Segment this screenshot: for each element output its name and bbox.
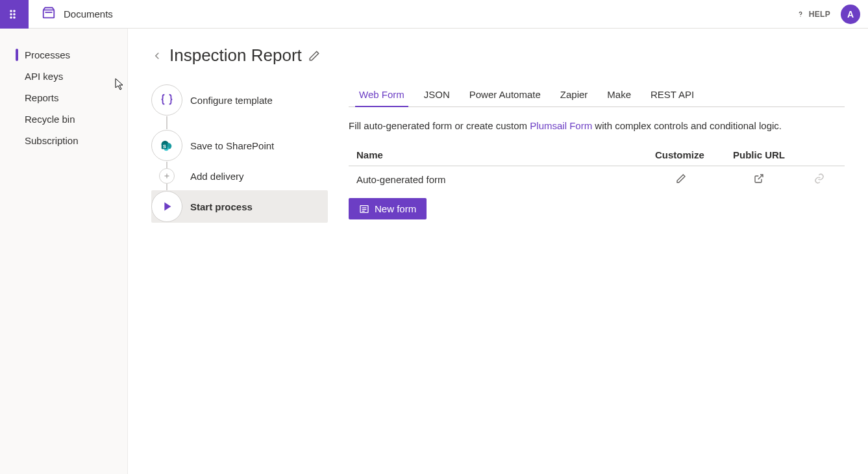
- table-header: Name Customize Public URL: [349, 144, 845, 166]
- tab-web-form[interactable]: Web Form: [359, 84, 404, 106]
- tab-json[interactable]: JSON: [424, 84, 450, 106]
- svg-rect-6: [43, 10, 55, 18]
- step-label: Configure template: [190, 95, 273, 106]
- sidebar-item-api-keys[interactable]: API keys: [0, 66, 127, 87]
- sidebar-item-subscription[interactable]: Subscription: [0, 130, 127, 151]
- edit-title-button[interactable]: [308, 50, 320, 62]
- step-configure-template[interactable]: Configure template: [151, 84, 328, 116]
- tab-power-automate[interactable]: Power Automate: [469, 84, 541, 106]
- plus-icon: [159, 168, 175, 184]
- step-label: Start process: [190, 201, 253, 212]
- play-icon: [151, 191, 182, 222]
- th-name: Name: [356, 149, 655, 160]
- unlink-icon: [813, 173, 825, 184]
- help-label: HELP: [809, 10, 830, 19]
- avatar[interactable]: A: [841, 5, 860, 24]
- tab-make[interactable]: Make: [607, 84, 631, 106]
- form-icon: [359, 204, 369, 214]
- step-label: Add delivery: [190, 171, 244, 182]
- process-steps: Configure template S Save to SharePoint: [151, 84, 328, 223]
- plumsail-form-link[interactable]: Plumsail Form: [530, 120, 592, 131]
- tab-zapier[interactable]: Zapier: [560, 84, 588, 106]
- step-label: Save to SharePoint: [190, 140, 274, 151]
- svg-point-3: [13, 13, 16, 16]
- tab-rest-api[interactable]: REST API: [651, 84, 694, 106]
- svg-point-8: [800, 16, 800, 16]
- hint-text: Fill auto-generated form or create custo…: [349, 120, 845, 131]
- sidebar-item-reports[interactable]: Reports: [0, 87, 127, 108]
- new-form-label: New form: [375, 203, 416, 214]
- th-public-url: Public URL: [733, 149, 811, 160]
- form-name: Auto-generated form: [356, 174, 655, 185]
- documents-icon: [42, 6, 56, 22]
- back-arrow-icon[interactable]: [151, 50, 163, 62]
- customize-form-button[interactable]: [676, 173, 686, 184]
- svg-point-2: [10, 13, 12, 16]
- th-customize: Customize: [655, 149, 733, 160]
- svg-point-1: [13, 10, 16, 12]
- svg-point-0: [10, 10, 12, 12]
- page-title: Inspection Report: [169, 45, 302, 66]
- app-name[interactable]: Documents: [64, 8, 113, 19]
- sidebar-item-processes[interactable]: Processes: [0, 44, 127, 66]
- svg-text:S: S: [163, 143, 166, 149]
- avatar-initial: A: [847, 9, 854, 19]
- table-row: Auto-generated form: [349, 166, 845, 193]
- sidebar-item-recycle-bin[interactable]: Recycle bin: [0, 108, 127, 130]
- sharepoint-icon: S: [151, 130, 182, 161]
- step-add-delivery[interactable]: Add delivery: [151, 168, 328, 184]
- svg-line-16: [758, 175, 763, 179]
- tabs: Web Form JSON Power Automate Zapier Make…: [349, 84, 845, 107]
- open-public-url-button[interactable]: [754, 173, 764, 184]
- svg-point-4: [10, 16, 12, 19]
- sidebar: Processes API keys Reports Recycle bin S…: [0, 29, 128, 474]
- step-save-to-sharepoint[interactable]: S Save to SharePoint: [151, 129, 328, 162]
- help-button[interactable]: HELP: [796, 10, 830, 19]
- svg-point-5: [13, 16, 16, 19]
- new-form-button[interactable]: New form: [349, 198, 427, 219]
- step-start-process[interactable]: Start process: [151, 190, 328, 223]
- braces-icon: [151, 84, 182, 116]
- app-launcher-button[interactable]: [0, 0, 29, 29]
